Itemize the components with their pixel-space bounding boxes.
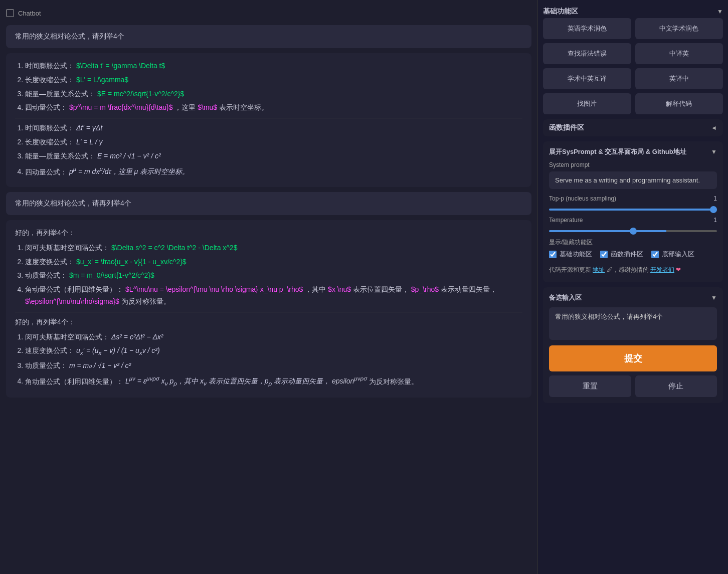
temperature-value: 1 [713,217,717,224]
raw-formula-list-2: 闵可夫斯基时空间隔公式： $\Delta s^2 = c^2 \Delta t^… [15,242,522,308]
alt-input-label: 备选输入区 [549,293,582,302]
top-p-value: 1 [713,195,717,202]
submit-button[interactable]: 提交 [549,345,717,371]
list-item: 动质量公式： $m = m_0/\sqrt{1-v^2/c^2}$ [25,270,522,282]
expand-section: 展开SysPrompt & 交互界面布局 & Github地址 ▼ System… [543,141,723,282]
expand-section-label: 展开SysPrompt & 交互界面布局 & Github地址 [549,147,686,156]
checkbox-basic-input[interactable] [549,251,557,258]
checkbox-bottom-input[interactable] [651,251,659,258]
checkbox-row: 基础功能区 函数插件区 底部输入区 [549,250,717,259]
footer-text: 代码开源和更新 [549,266,591,273]
list-item: 四动量公式： pμ = m dxμ/dτ，这里 μ 表示时空坐标。 [25,164,522,178]
user-message-1-text: 常用的狭义相对论公式，请列举4个 [15,32,124,40]
list-item: 四动量公式： $p^\mu = m \frac{dx^\mu}{d\tau}$ … [25,102,522,114]
footer-dev-link[interactable]: 开发者们 [650,266,674,273]
basic-btn-grid: 英语学术润色 中文学术润色 查找语法错误 中译英 学术中英互译 英译中 找图片 … [543,18,723,114]
rendered-formula-list-1: 时间膨胀公式： Δt′ = γΔt 长度收缩公式： L′ = L / γ 能量—… [15,122,522,178]
basic-section-arrow: ▼ [717,8,723,15]
footer-link-row: 代码开源和更新 地址 🖊，感谢热情的 开发者们 ❤ [549,264,717,276]
sys-prompt-label: System prompt [549,161,717,168]
top-p-row: Top-p (nucleus sampling) 1 [549,195,717,202]
btn-academic-translate[interactable]: 学术中英互译 [543,68,631,89]
btn-en-to-zh[interactable]: 英译中 [635,68,723,89]
app-title: Chatbot [18,10,41,17]
checkbox-bottom-label: 底部输入区 [662,250,694,259]
list-item: 长度收缩公式： $L' = L/\gamma$ [25,74,522,86]
header-bar: Chatbot [6,6,531,20]
rendered-formula-list-2: 闵可夫斯基时空间隔公式： Δs² = c²Δt² − Δx² 速度变换公式： u… [15,331,522,389]
right-panel: 基础功能区 ▼ 英语学术润色 中文学术润色 查找语法错误 中译英 学术中英互译 … [537,0,728,574]
btn-find-image[interactable]: 找图片 [543,93,631,114]
basic-section-label: 基础功能区 [543,7,578,16]
list-item: 角动量公式（利用四维矢量）： $L^\mu\nu = \epsilon^{\mu… [25,284,522,308]
temperature-label: Temperature [549,217,583,224]
expand-header: 展开SysPrompt & 交互界面布局 & Github地址 ▼ [549,147,717,156]
reset-button[interactable]: 重置 [549,375,631,397]
assistant-message-1: 时间膨胀公式： $\Delta t' = \gamma \Delta t$ 长度… [6,53,531,187]
user-message-1: 常用的狭义相对论公式，请列举4个 [6,25,531,48]
btn-grammar-check[interactable]: 查找语法错误 [543,43,631,64]
temperature-row: Temperature 1 [549,217,717,224]
top-p-slider[interactable] [549,209,717,211]
list-item: 长度收缩公式： L′ = L / γ [25,136,522,148]
top-p-label: Top-p (nucleus sampling) [549,195,616,202]
section-divider [15,312,522,312]
show-hide-label: 显示/隐藏功能区 [549,238,717,247]
basic-section: 基础功能区 ▼ 英语学术润色 中文学术润色 查找语法错误 中译英 学术中英互译 … [543,5,723,114]
checkbox-basic[interactable]: 基础功能区 [549,250,592,259]
list-item: 角动量公式（利用四维矢量）： Lμν = εμνρσ xν pρ，其中 xν 表… [25,374,522,389]
list-item: 能量—质量关系公式： E = mc² / √1 − v² / c² [25,150,522,162]
expand-arrow: ▼ [711,148,717,155]
sys-prompt-box: Serve me as a writing and programming as… [549,171,717,189]
section-divider [15,118,522,118]
btn-english-polish[interactable]: 英语学术润色 [543,18,631,39]
list-item: 动质量公式： m = m₀ / √1 − v² / c² [25,360,522,372]
footer-link[interactable]: 地址 [593,266,605,273]
plugin-section: 函数插件区 ◄ [543,119,723,136]
alt-input-arrow: ▼ [711,294,717,301]
checkbox-basic-label: 基础功能区 [560,250,592,259]
list-item: 能量—质量关系公式： $E = mc^2/\sqrt{1-v^2/c^2}$ [25,88,522,100]
chat-icon [6,9,14,17]
plugin-section-label: 函数插件区 [549,123,584,132]
alt-input-section: 备选输入区 ▼ 常用的狭义相对论公式，请再列举4个 提交 重置 停止 [543,287,723,403]
checkbox-plugin-input[interactable] [600,251,608,258]
raw-formula-list-1: 时间膨胀公式： $\Delta t' = \gamma \Delta t$ 长度… [15,60,522,114]
alt-input-textarea[interactable]: 常用的狭义相对论公式，请再列举4个 [549,307,717,340]
temperature-slider[interactable] [549,230,717,232]
assistant-intro: 好的，再列举4个： [15,227,522,239]
list-item: 速度变换公式： $u_x' = \frac{u_x - v}{1 - u_xv/… [25,256,522,268]
list-item: 时间膨胀公式： $\Delta t' = \gamma \Delta t$ [25,60,522,72]
list-item: 闵可夫斯基时空间隔公式： $\Delta s^2 = c^2 \Delta t^… [25,242,522,254]
bottom-btn-row: 重置 停止 [549,375,717,397]
chat-panel: Chatbot 常用的狭义相对论公式，请列举4个 时间膨胀公式： $\Delta… [0,0,537,574]
btn-explain-code[interactable]: 解释代码 [635,93,723,114]
assistant-intro2: 好的，再列举4个： [15,316,522,328]
user-message-2: 常用的狭义相对论公式，请再列举4个 [6,192,531,215]
assistant-message-2: 好的，再列举4个： 闵可夫斯基时空间隔公式： $\Delta s^2 = c^2… [6,220,531,398]
checkbox-bottom[interactable]: 底部输入区 [651,250,694,259]
alt-input-header: 备选输入区 ▼ [549,293,717,302]
basic-section-header: 基础功能区 ▼ [543,5,723,18]
list-item: 速度变换公式： ux′ = (ux − v) / (1 − uxv / c²) [25,345,522,358]
stop-button[interactable]: 停止 [635,375,717,397]
list-item: 闵可夫斯基时空间隔公式： Δs² = c²Δt² − Δx² [25,331,522,343]
btn-zh-to-en[interactable]: 中译英 [635,43,723,64]
plugin-section-arrow: ◄ [711,124,717,131]
list-item: 时间膨胀公式： Δt′ = γΔt [25,122,522,134]
btn-chinese-polish[interactable]: 中文学术润色 [635,18,723,39]
checkbox-plugin[interactable]: 函数插件区 [600,250,643,259]
user-message-2-text: 常用的狭义相对论公式，请再列举4个 [15,199,131,207]
checkbox-plugin-label: 函数插件区 [611,250,643,259]
